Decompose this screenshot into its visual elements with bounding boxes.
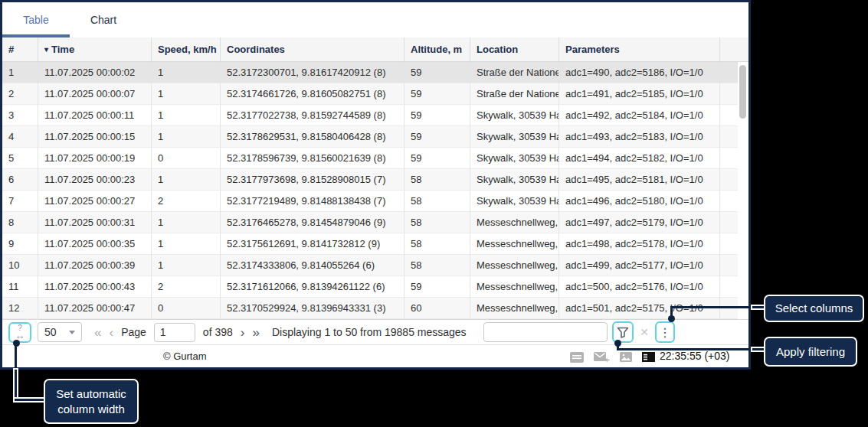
copyright-link[interactable]: © Gurtam <box>163 350 207 362</box>
cell-speed: 1 <box>152 255 221 276</box>
table-row[interactable]: 5 11.07.2025 00:00:19 0 52.3178596739, 9… <box>2 148 748 169</box>
cell-num: 7 <box>2 191 38 212</box>
cell-parameters: adc1=493, adc2=5183, I/O=1/0 <box>559 126 720 148</box>
table-row[interactable]: 2 11.07.2025 00:00:07 1 52.3174661726, 9… <box>2 83 748 105</box>
notes-icon[interactable] <box>570 352 584 363</box>
callout-connector <box>752 348 764 350</box>
cell-altitude: 59 <box>405 126 470 148</box>
cell-speed: 1 <box>152 83 221 105</box>
cell-altitude: 59 <box>405 62 470 83</box>
tab-table[interactable]: Table <box>2 2 70 37</box>
cell-altitude: 58 <box>405 169 470 191</box>
callout-connector <box>15 343 17 370</box>
message-icon[interactable] <box>594 351 610 363</box>
cell-parameters: adc1=492, adc2=5184, I/O=1/0 <box>559 105 720 126</box>
table-row[interactable]: 6 11.07.2025 00:00:23 1 52.3177973698, 9… <box>2 169 748 191</box>
cell-coordinates: 52.3174661726, 9.81605082751 (8) <box>221 83 405 105</box>
column-header-altitude[interactable]: Altitude, m <box>405 37 470 61</box>
column-header-location[interactable]: Location <box>470 37 559 61</box>
next-page-button[interactable]: › <box>241 326 245 339</box>
cell-speed: 1 <box>152 126 221 148</box>
cell-parameters: adc1=498, adc2=5178, I/O=1/0 <box>559 233 720 255</box>
page-number-input[interactable] <box>154 323 195 342</box>
cell-altitude: 60 <box>405 298 470 319</box>
cell-coordinates: 52.3176465278, 9.81454879046 (9) <box>221 212 405 233</box>
column-header-speed[interactable]: Speed, km/h <box>152 37 221 61</box>
auto-column-width-button[interactable]: ? ↔ <box>8 322 31 343</box>
last-page-button[interactable]: » <box>252 326 259 339</box>
tab-bar: Table Chart <box>2 2 748 37</box>
cell-parameters: adc1=497, adc2=5179, I/O=1/0 <box>559 212 720 233</box>
cell-num: 2 <box>2 83 38 105</box>
cell-speed: 1 <box>152 62 221 83</box>
messages-window: Table Chart # ▾ Time Speed, km/h Coordin… <box>0 0 751 370</box>
cell-num: 8 <box>2 212 38 233</box>
cell-location: Messeschnellweg, <box>470 298 559 319</box>
cell-location: Skywalk, 30539 Ha <box>470 148 559 169</box>
cell-parameters: adc1=490, adc2=5186, I/O=1/0 <box>559 62 720 83</box>
cell-num: 3 <box>2 105 38 126</box>
cell-altitude: 59 <box>405 83 470 105</box>
cell-altitude: 59 <box>405 148 470 169</box>
cell-altitude: 58 <box>405 212 470 233</box>
table-body: 1 11.07.2025 00:00:02 1 52.3172300701, 9… <box>2 62 748 319</box>
cell-time: 11.07.2025 00:00:35 <box>38 233 152 255</box>
active-tab-indicator <box>2 34 70 37</box>
cell-time: 11.07.2025 00:00:15 <box>38 126 152 148</box>
callout-select-columns: Select columns <box>764 295 864 322</box>
cell-parameters: adc1=501, adc2=5175, I/O=1/0 <box>559 298 720 319</box>
column-header-num[interactable]: # <box>2 37 38 61</box>
cell-coordinates: 52.3170529924, 9.81396943331 (3) <box>221 298 405 319</box>
cell-time: 11.07.2025 00:00:27 <box>38 191 152 212</box>
pagination-toolbar: ? ↔ 50 « ‹ Page of 398 › » Displaying 1 … <box>2 319 748 344</box>
first-page-button[interactable]: « <box>94 326 101 339</box>
filter-input[interactable] <box>483 322 608 342</box>
cell-num: 9 <box>2 233 38 255</box>
table-row[interactable]: 8 11.07.2025 00:00:31 1 52.3176465278, 9… <box>2 212 748 233</box>
cell-location: Straße der Natione <box>470 62 559 83</box>
cell-location: Skywalk, 30539 Ha <box>470 169 559 191</box>
media-icon[interactable] <box>620 352 632 362</box>
page-label: Page <box>121 326 146 338</box>
cell-speed: 1 <box>152 233 221 255</box>
page-count-label: of 398 <box>203 326 233 338</box>
cell-coordinates: 52.3175612691, 9.8141732812 (9) <box>221 233 405 255</box>
cell-parameters: adc1=491, adc2=5185, I/O=1/0 <box>559 83 720 105</box>
clear-filter-icon[interactable]: ✕ <box>640 326 649 338</box>
cell-location: Messeschnellweg, <box>470 233 559 255</box>
cell-speed: 0 <box>152 148 221 169</box>
cell-altitude: 58 <box>405 255 470 276</box>
table-row[interactable]: 10 11.07.2025 00:00:39 1 52.3174333806, … <box>2 255 748 276</box>
cell-speed: 1 <box>152 105 221 126</box>
cell-num: 1 <box>2 62 38 83</box>
tab-chart[interactable]: Chart <box>70 2 137 37</box>
column-header-parameters[interactable]: Parameters <box>559 37 720 61</box>
cell-time: 11.07.2025 00:00:23 <box>38 169 152 191</box>
table-row[interactable]: 1 11.07.2025 00:00:02 1 52.3172300701, 9… <box>2 62 748 83</box>
cell-coordinates: 52.3177022738, 9.81592744589 (8) <box>221 105 405 126</box>
panel-icon[interactable] <box>642 352 655 362</box>
prev-page-button[interactable]: ‹ <box>109 326 113 339</box>
column-header-time-label: Time <box>51 44 74 55</box>
cell-speed: 2 <box>152 191 221 212</box>
displaying-status: Displaying 1 to 50 from 19885 messages <box>272 326 467 338</box>
table-row[interactable]: 4 11.07.2025 00:00:15 1 52.3178629531, 9… <box>2 126 748 148</box>
table-row[interactable]: 9 11.07.2025 00:00:35 1 52.3175612691, 9… <box>2 233 748 255</box>
table-row[interactable]: 3 11.07.2025 00:00:11 1 52.3177022738, 9… <box>2 105 748 126</box>
callout-connector <box>15 399 44 401</box>
column-header-time[interactable]: ▾ Time <box>38 37 152 61</box>
cell-parameters: adc1=499, adc2=5177, I/O=1/0 <box>559 255 720 276</box>
select-columns-button[interactable]: ⋮ <box>655 321 675 343</box>
cell-location: Skywalk, 30539 Ha <box>470 105 559 126</box>
page-size-select[interactable]: 50 <box>38 322 82 342</box>
cell-location: Skywalk, 30539 Ha <box>470 126 559 148</box>
column-header-coordinates[interactable]: Coordinates <box>221 37 405 61</box>
table-row[interactable]: 7 11.07.2025 00:00:27 2 52.3177219489, 9… <box>2 191 748 212</box>
cell-speed: 2 <box>152 276 221 298</box>
table-row[interactable]: 12 11.07.2025 00:00:47 0 52.3170529924, … <box>2 298 748 319</box>
table-row[interactable]: 11 11.07.2025 00:00:43 2 52.3171612066, … <box>2 276 748 298</box>
scrollbar-thumb[interactable] <box>739 65 746 119</box>
cell-speed: 1 <box>152 212 221 233</box>
cell-time: 11.07.2025 00:00:11 <box>38 105 152 126</box>
status-bar-icons <box>570 351 655 363</box>
